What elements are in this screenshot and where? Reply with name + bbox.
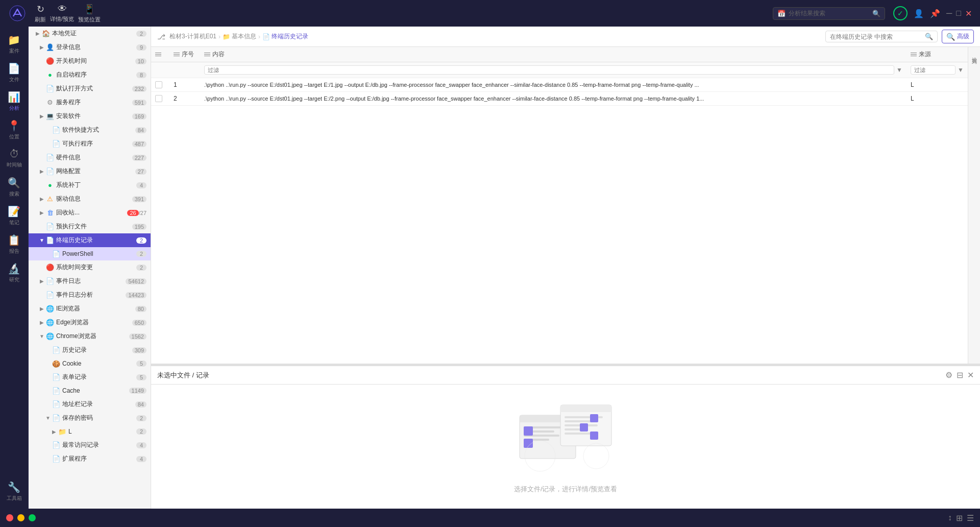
preview-close-icon[interactable]: ✕ bbox=[967, 370, 974, 380]
sidebar-item-terminal-history[interactable]: ▼ 📄 终端历史记录 2 bbox=[29, 233, 151, 247]
user-icon[interactable]: 👤 bbox=[914, 9, 924, 18]
table-wrapper[interactable]: 序号 内容 bbox=[151, 47, 968, 364]
breadcrumb-evidence[interactable]: 检材3-计算机E01 bbox=[169, 32, 216, 41]
topbar-search-input[interactable] bbox=[789, 10, 869, 17]
filter-content-input[interactable] bbox=[204, 65, 894, 75]
preview-position-button[interactable]: 📱 预览位置 bbox=[78, 4, 101, 23]
nav-item-analyze[interactable]: 📊 分析 bbox=[2, 88, 27, 114]
sidebar-item-chrome-browser[interactable]: ▼ 🌐 Chrome浏览器 1562 bbox=[29, 329, 151, 343]
refresh-button[interactable]: ↻ 刷新 bbox=[35, 4, 46, 23]
expand-recycle-bin: ▶ bbox=[39, 210, 45, 216]
sidebar-item-recycle-bin[interactable]: ▶ 🗑 回收站... 26 /27 bbox=[29, 206, 151, 220]
filter-source-input[interactable] bbox=[911, 65, 955, 75]
sidebar-item-form-record[interactable]: 📄 表单记录 5 bbox=[29, 370, 151, 384]
expand-event-analysis bbox=[39, 292, 45, 298]
preview-illustration bbox=[514, 400, 617, 476]
sidebar-item-powershell[interactable]: 📄 PowerShell 2 bbox=[29, 247, 151, 260]
footer-dot-yellow[interactable] bbox=[17, 514, 24, 521]
topbar-search-icon[interactable]: 🔍 bbox=[872, 10, 880, 17]
breadcrumb-basic-info[interactable]: 📁 基本信息 bbox=[223, 32, 256, 41]
row1-checkbox[interactable] bbox=[155, 81, 162, 88]
th-content: 内容 bbox=[200, 47, 906, 62]
pin-icon[interactable]: 📌 bbox=[930, 9, 940, 18]
th-lines-checkbox[interactable] bbox=[155, 53, 161, 56]
footer: ↕ ⊞ ☰ bbox=[0, 509, 980, 527]
row2-checkbox[interactable] bbox=[155, 95, 162, 102]
settings-column[interactable]: 设置列 bbox=[968, 47, 980, 364]
nav-item-file[interactable]: 📄 文件 bbox=[2, 59, 27, 86]
sidebar-item-edge-browser[interactable]: ▶ 🌐 Edge浏览器 650 bbox=[29, 316, 151, 329]
nav-item-location[interactable]: 📍 位置 bbox=[2, 116, 27, 143]
nav-item-report[interactable]: 📋 报告 bbox=[2, 231, 27, 257]
sidebar-item-sys-time-change[interactable]: 🔴 系统时间变更 2 bbox=[29, 260, 151, 274]
local-evidence-icon: 🏠 bbox=[42, 30, 50, 38]
filter-source-icon[interactable]: ▼ bbox=[958, 66, 964, 74]
sidebar-item-executable[interactable]: 📄 可执行程序 487 bbox=[29, 137, 151, 151]
table-row[interactable]: 2 .\python ..\run.py --source E:/dst01.j… bbox=[151, 92, 968, 106]
sidebar-item-event-analysis[interactable]: 📄 事件日志分析 14423 bbox=[29, 288, 151, 302]
sidebar-item-cache[interactable]: 📄 Cache 1149 bbox=[29, 384, 151, 397]
close-button[interactable]: ✕ bbox=[965, 9, 972, 18]
filter-source-cell: ▼ bbox=[906, 62, 968, 78]
sidebar-item-auto-start[interactable]: ● 自启动程序 8 bbox=[29, 68, 151, 82]
breadcrumb-terminal-history[interactable]: 📄 终端历史记录 bbox=[262, 32, 308, 41]
footer-dot-red[interactable] bbox=[6, 514, 13, 521]
nav-item-note[interactable]: 📝 笔记 bbox=[2, 202, 27, 229]
sidebar-item-frequent-visit[interactable]: 📄 最常访问记录 4 bbox=[29, 438, 151, 452]
minimize-button[interactable]: ─ bbox=[946, 9, 952, 18]
preview-gear-icon[interactable]: ⚙ bbox=[945, 370, 952, 380]
sidebar-item-saved-password[interactable]: ▼ 📄 保存的密码 2 bbox=[29, 411, 151, 425]
nav-item-search[interactable]: 🔍 搜索 bbox=[2, 174, 27, 200]
sidebar-count-slash: /27 bbox=[139, 210, 146, 216]
sidebar-item-default-open[interactable]: 📄 默认打开方式 232 bbox=[29, 82, 151, 95]
nav-item-case[interactable]: 📁 案件 bbox=[2, 31, 27, 57]
nav-item-timeline[interactable]: ⏱ 时间轴 bbox=[2, 145, 27, 172]
nav-item-research[interactable]: 🔬 研究 bbox=[2, 259, 27, 286]
footer-split-button[interactable]: ↕ bbox=[948, 513, 952, 522]
sidebar-item-event-log[interactable]: ▶ 📄 事件日志 54612 bbox=[29, 274, 151, 288]
filter-content-icon[interactable]: ▼ bbox=[896, 66, 902, 74]
detail-preview-button[interactable]: 👁 详情/预览 bbox=[50, 4, 74, 23]
sidebar-item-sw-shortcut[interactable]: 📄 软件快捷方式 84 bbox=[29, 123, 151, 137]
content-search-input[interactable] bbox=[830, 33, 923, 40]
preview-split-icon[interactable]: ⊟ bbox=[957, 370, 963, 380]
cache-icon: 📄 bbox=[52, 387, 60, 395]
maximize-button[interactable]: □ bbox=[956, 9, 961, 18]
content-area: ⎇ 检材3-计算机E01 › 📁 基本信息 › 📄 终端历史记录 🔍 bbox=[151, 27, 980, 509]
footer-grid-button[interactable]: ⊞ bbox=[956, 513, 963, 523]
sidebar-count-powershell: 2 bbox=[136, 251, 146, 257]
th-num: 序号 bbox=[169, 47, 200, 62]
expand-event-log: ▶ bbox=[39, 278, 45, 284]
expand-startup-time bbox=[39, 58, 45, 64]
th-lines-content[interactable] bbox=[204, 53, 210, 56]
sidebar-item-driver-info[interactable]: ▶ ⚠ 驱动信息 391 bbox=[29, 192, 151, 206]
sidebar-item-service-prog[interactable]: ⚙ 服务程序 591 bbox=[29, 95, 151, 109]
sidebar-item-cookie[interactable]: 🍪 Cookie 5 bbox=[29, 357, 151, 370]
preview-pane: 未选中文件 / 记录 ⚙ ⊟ ✕ bbox=[151, 366, 980, 509]
advanced-button[interactable]: 🔍 高级 bbox=[942, 30, 974, 43]
footer-menu-button[interactable]: ☰ bbox=[967, 513, 974, 523]
sidebar-item-installed-sw[interactable]: ▶ 💻 安装软件 169 bbox=[29, 109, 151, 123]
sidebar-label-extension: 扩展程序 bbox=[62, 454, 136, 463]
th-lines-source[interactable] bbox=[911, 53, 917, 56]
sidebar-item-hardware-info[interactable]: 📄 硬件信息 227 bbox=[29, 151, 151, 164]
sidebar-item-address-bar[interactable]: 📄 地址栏记录 84 bbox=[29, 397, 151, 411]
sidebar-item-L[interactable]: ▶ 📁 L 2 bbox=[29, 425, 151, 438]
footer-dot-green[interactable] bbox=[29, 514, 36, 521]
sidebar-item-extension[interactable]: 📄 扩展程序 4 bbox=[29, 452, 151, 466]
sidebar-item-network-config[interactable]: ▶ 📄 网络配置 27 bbox=[29, 164, 151, 178]
calendar-icon: 📅 bbox=[777, 10, 786, 17]
content-search-icon[interactable]: 🔍 bbox=[925, 33, 933, 40]
search-nav-icon: 🔍 bbox=[8, 177, 20, 189]
sidebar-item-login-info[interactable]: ▶ 👤 登录信息 9 bbox=[29, 40, 151, 54]
nav-item-tools[interactable]: 🔧 工具箱 bbox=[2, 478, 27, 505]
th-lines-num[interactable] bbox=[174, 53, 180, 56]
sidebar-item-ie-browser[interactable]: ▶ 🌐 IE浏览器 80 bbox=[29, 302, 151, 316]
folder-icon: 📁 bbox=[223, 33, 230, 40]
sidebar-item-pre-execute[interactable]: 📄 预执行文件 195 bbox=[29, 220, 151, 233]
sidebar-item-startup-time[interactable]: 🔴 开关机时间 10 bbox=[29, 54, 151, 68]
sidebar-item-history-record[interactable]: 📄 历史记录 309 bbox=[29, 343, 151, 357]
sidebar-item-local-evidence[interactable]: ▶ 🏠 本地凭证 2 bbox=[29, 27, 151, 40]
sidebar-item-sys-patch[interactable]: ● 系统补丁 4 bbox=[29, 178, 151, 192]
table-row[interactable]: 1 .\python ..\run.py --source E:/dst01.j… bbox=[151, 78, 968, 92]
